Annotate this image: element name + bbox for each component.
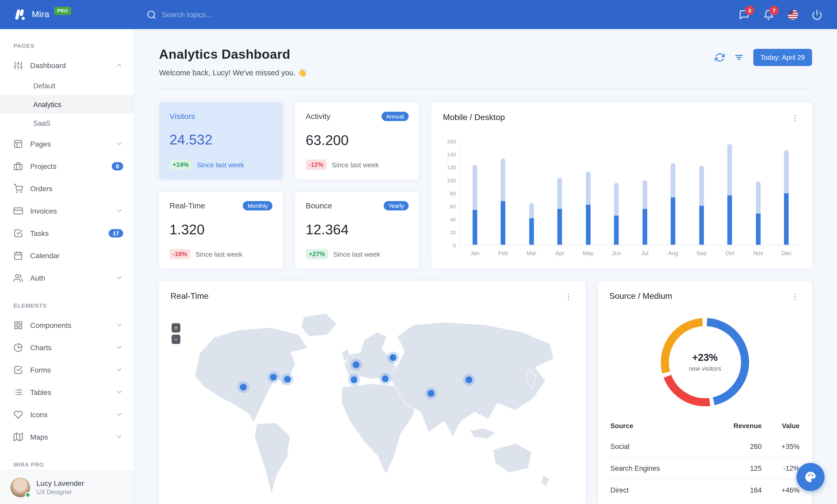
source-menu-button[interactable] xyxy=(790,292,801,302)
map-marker[interactable] xyxy=(284,376,291,383)
chevron-down-icon xyxy=(115,207,123,214)
stat-value: 12.364 xyxy=(306,222,409,238)
map-marker[interactable] xyxy=(466,376,472,383)
stat-note: Since last week xyxy=(197,161,244,169)
kebab-icon xyxy=(564,293,573,301)
sidebar-section-label-pages: PAGES xyxy=(0,43,133,49)
online-status-dot xyxy=(25,492,31,498)
bar-segment-mobile xyxy=(671,198,676,245)
sidebar-item-calendar[interactable]: Calendar xyxy=(0,244,133,266)
bar-feb xyxy=(489,141,517,245)
logout-button[interactable] xyxy=(812,9,822,20)
sidebar-item-tables[interactable]: Tables xyxy=(0,381,133,403)
map-marker[interactable] xyxy=(353,361,359,368)
map-marker[interactable] xyxy=(240,384,246,391)
sidebar-count-badge: 17 xyxy=(109,229,123,237)
chart-menu-button[interactable] xyxy=(790,113,801,124)
x-axis-tick-label: Apr xyxy=(546,250,574,256)
map-marker[interactable] xyxy=(270,374,277,380)
sidebar: PAGESDashboardDefaultAnalyticsSaaSPagesP… xyxy=(0,29,134,504)
sidebar-user[interactable]: Lucy Lavender UX Designer xyxy=(0,470,133,504)
bar-sep xyxy=(687,141,716,245)
x-axis-tick-label: Mar xyxy=(517,250,546,256)
sidebar-item-auth[interactable]: Auth xyxy=(0,266,133,289)
sidebar-nav: PAGESDashboardDefaultAnalyticsSaaSPagesP… xyxy=(0,43,133,468)
map-card-title: Real-Time xyxy=(171,292,209,301)
theme-settings-button[interactable] xyxy=(797,463,824,491)
sidebar-item-icons[interactable]: Icons xyxy=(0,403,133,426)
stat-note: Since last week xyxy=(333,250,380,258)
map-menu-button[interactable] xyxy=(563,292,574,302)
sidebar-item-label: Auth xyxy=(30,274,108,282)
search-input[interactable] xyxy=(162,11,297,19)
stat-value: 63.200 xyxy=(306,132,409,149)
stat-period-badge[interactable]: Annual xyxy=(381,112,409,121)
welcome-message: Welcome back, Lucy! We've missed you. 👋 xyxy=(159,69,307,77)
sidebar-item-dashboard[interactable]: Dashboard xyxy=(0,54,133,76)
bar-segment-desktop xyxy=(756,181,761,213)
source-table-header-revenue: Revenue xyxy=(706,418,763,436)
refresh-icon xyxy=(715,53,725,62)
sidebar-item-projects[interactable]: Projects8 xyxy=(0,155,133,177)
map-marker[interactable] xyxy=(351,376,357,383)
notifications-button[interactable]: 7 xyxy=(763,9,774,20)
donut-center-label: +23% new visitors xyxy=(689,352,721,372)
bar-segment-mobile xyxy=(643,209,647,245)
map-marker[interactable] xyxy=(427,390,434,397)
brand[interactable]: Mira PRO xyxy=(0,8,134,21)
check-square-icon xyxy=(14,228,23,238)
filter-button[interactable] xyxy=(734,53,744,62)
user-name: Lucy Lavender xyxy=(36,479,84,487)
navbar-actions: 3 7 xyxy=(739,9,837,20)
cart-icon xyxy=(14,184,23,193)
value-cell: +46% xyxy=(763,479,801,501)
bar-segment-mobile xyxy=(501,201,505,245)
source-table-header-row: SourceRevenueValue xyxy=(609,418,801,436)
sidebar-item-charts[interactable]: Charts xyxy=(0,336,133,358)
map-marker[interactable] xyxy=(382,375,389,382)
bar-segment-desktop xyxy=(728,144,732,195)
bar-segment-desktop xyxy=(586,171,591,205)
map-zoom-in-button[interactable]: + xyxy=(172,323,180,333)
sidebar-subitem-saas[interactable]: SaaS xyxy=(0,114,133,132)
refresh-button[interactable] xyxy=(715,53,725,62)
x-axis-tick-label: Dec xyxy=(772,250,801,256)
user-role: UX Designer xyxy=(36,488,84,496)
heart-icon xyxy=(14,410,23,419)
map-marker[interactable] xyxy=(390,354,397,361)
sidebar-item-label: Forms xyxy=(30,366,108,374)
bar-segment-desktop xyxy=(784,150,789,193)
sidebar-item-label: Dashboard xyxy=(30,61,108,69)
bar-segment-desktop xyxy=(501,158,505,201)
bar-segment-desktop xyxy=(671,163,676,198)
kebab-icon xyxy=(791,114,800,123)
filter-icon xyxy=(734,53,744,62)
sidebar-item-pages[interactable]: Pages xyxy=(0,132,133,155)
today-date-button[interactable]: Today: April 29 xyxy=(753,49,812,66)
map-zoom-out-button[interactable]: − xyxy=(172,335,180,344)
page-title: Analytics Dashboard xyxy=(159,47,307,62)
sidebar-item-tasks[interactable]: Tasks17 xyxy=(0,222,133,244)
stat-note: Since last week xyxy=(332,161,379,169)
language-flag-button[interactable] xyxy=(788,10,798,20)
sidebar-item-components[interactable]: Components xyxy=(0,314,133,336)
source-table-header-value: Value xyxy=(763,418,801,436)
bar-segment-mobile xyxy=(784,193,789,245)
messages-button[interactable]: 3 xyxy=(739,9,750,20)
stat-period-badge[interactable]: Yearly xyxy=(384,201,409,210)
sidebar-subitem-analytics[interactable]: Analytics xyxy=(0,95,133,114)
world-map-graphic xyxy=(171,310,574,497)
sidebar-item-forms[interactable]: Forms xyxy=(0,358,133,381)
source-medium-card: Source / Medium +23% new visitors xyxy=(598,281,812,504)
sidebar-item-orders[interactable]: Orders xyxy=(0,177,133,200)
source-cell: Direct xyxy=(609,479,706,501)
sidebar-item-maps[interactable]: Maps xyxy=(0,426,133,448)
stat-title: Bounce xyxy=(306,201,332,210)
search-icon xyxy=(147,10,157,19)
stat-period-badge[interactable]: Monthly xyxy=(243,201,272,210)
header-divider xyxy=(159,88,812,89)
sidebar-item-invoices[interactable]: Invoices xyxy=(0,200,133,222)
sidebar-subitem-default[interactable]: Default xyxy=(0,76,133,95)
y-axis-tick-label: 120 xyxy=(447,164,456,170)
chevron-down-icon xyxy=(115,366,123,374)
